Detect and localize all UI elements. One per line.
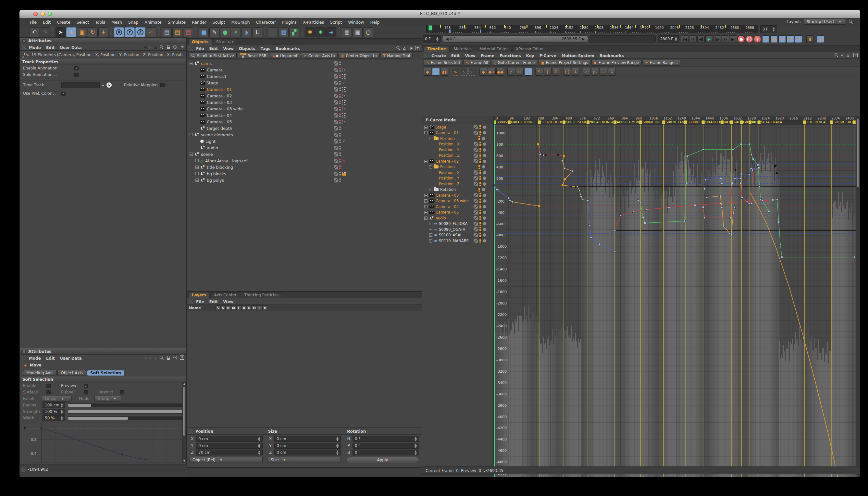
layer-tag-icon[interactable] <box>334 100 338 105</box>
target-icon[interactable] <box>173 355 177 360</box>
layer-tag-icon[interactable] <box>474 233 478 237</box>
key-parameter-toggle[interactable]: P <box>787 35 794 43</box>
new-panel-icon[interactable] <box>180 45 184 49</box>
scene-marker[interactable] <box>587 121 589 124</box>
menu-animate[interactable]: Animate <box>144 20 161 25</box>
camera-tag-icon[interactable] <box>342 100 346 105</box>
fcurve-row-camera-05[interactable]: +Camera - 05 <box>422 210 493 216</box>
menu-create[interactable]: Create <box>57 20 71 25</box>
tab-layers[interactable]: Layers <box>188 292 210 298</box>
layer-tag-icon[interactable] <box>334 165 338 169</box>
falloff-curve-graph[interactable]: 0.80.4 <box>22 424 182 463</box>
keyframe-bar-icon[interactable] <box>479 153 482 158</box>
ease-out-button[interactable]: C <box>552 68 560 76</box>
solo-circle-icon[interactable] <box>483 194 486 197</box>
menu-key[interactable]: Key <box>526 53 534 58</box>
layer-tag-icon[interactable] <box>334 159 338 163</box>
object-row-cams[interactable]: −L0cams <box>187 60 422 66</box>
camera-tag-icon[interactable] <box>342 68 346 72</box>
tab-timeline[interactable]: Timeline <box>424 46 450 52</box>
key-pla-toggle[interactable]: ∷ <box>795 35 802 43</box>
menu-view[interactable]: View <box>223 300 233 304</box>
menu-view[interactable]: View <box>223 46 233 51</box>
autokey-toggle[interactable]: ( ) <box>746 35 753 43</box>
keyframe-bar-icon[interactable] <box>479 142 482 147</box>
key-position-toggle[interactable]: + <box>762 35 770 43</box>
menu-mograph[interactable]: MoGraph <box>231 20 250 25</box>
menu-edit[interactable]: Edit <box>43 20 51 25</box>
visibility-dots-icon[interactable] <box>339 126 341 130</box>
radius-field[interactable]: 100 cm▲▼ <box>43 402 65 408</box>
scene-marker[interactable] <box>538 121 541 124</box>
layer-tag-icon[interactable] <box>474 193 478 197</box>
layer-col-r[interactable]: R <box>226 306 231 310</box>
fcurve-row-rotation[interactable]: +Rotation <box>422 187 493 193</box>
solo-circle-icon[interactable] <box>482 137 485 140</box>
object-row-stage[interactable]: Stage✓ <box>187 79 422 86</box>
layer-tag-icon[interactable] <box>474 227 478 231</box>
keyframe-bar-icon[interactable] <box>479 238 482 243</box>
layer-tag-icon[interactable] <box>474 142 478 146</box>
menu-tags[interactable]: Tags <box>261 46 270 51</box>
layer-col-x[interactable]: X <box>262 306 267 310</box>
menu-sculpt[interactable]: Sculpt <box>213 20 225 25</box>
layer-tag-icon[interactable] <box>334 81 338 85</box>
show-region-toggle[interactable]: ▯ <box>468 68 476 76</box>
layer-tag-icon[interactable] <box>334 146 338 150</box>
camera-tag-icon[interactable] <box>342 87 346 92</box>
keyframe-bar-icon[interactable] <box>479 221 482 226</box>
keyframe-bar-icon[interactable] <box>479 125 482 129</box>
keyframe-bar-icon[interactable] <box>479 170 482 175</box>
zero-length-button[interactable]: ↓ <box>572 68 579 76</box>
visibility-dots-icon[interactable] <box>339 107 341 111</box>
strength-slider[interactable] <box>68 410 183 414</box>
surface-checkbox[interactable] <box>46 390 51 394</box>
current-frame-marker[interactable] <box>429 25 432 31</box>
enable-animation-checkbox[interactable]: ✓ <box>74 66 79 71</box>
attributes-title[interactable]: Attributes <box>20 348 186 355</box>
camera-tag-icon[interactable] <box>342 107 346 111</box>
object-row-audio[interactable]: L0audio <box>187 144 422 151</box>
scene-marker[interactable] <box>740 121 743 124</box>
ram-player-button[interactable]: ▮ <box>806 35 814 43</box>
layer-tag-icon[interactable] <box>474 199 478 203</box>
visibility-dots-icon[interactable] <box>339 94 341 98</box>
layer-col-v[interactable]: V <box>221 306 226 310</box>
scene-marker[interactable] <box>662 121 665 124</box>
coords-field-position-z[interactable]: 70 cm▲▼ <box>196 450 263 455</box>
object-row-scene-elements[interactable]: −L0scene elements <box>187 131 422 138</box>
visibility-dots-icon[interactable] <box>339 146 341 150</box>
scene-marker[interactable] <box>803 121 806 124</box>
enabled-check-icon[interactable]: ✓ <box>342 80 345 85</box>
timeline-scrollbar[interactable] <box>856 116 860 466</box>
track-properties-section[interactable]: Track Properties <box>20 59 186 65</box>
search-icon[interactable] <box>396 46 401 50</box>
solo-circle-icon[interactable] <box>483 131 486 134</box>
lock-time-toggle[interactable]: ◁ <box>583 68 590 76</box>
object-row-atom-array-logo-ref[interactable]: +△Atom Array - logo ref✕ <box>187 157 422 164</box>
visibility-dots-icon[interactable] <box>339 139 341 143</box>
use-pref-color-checkbox[interactable]: ✓ <box>61 92 65 96</box>
layer-tag-icon[interactable] <box>334 94 338 98</box>
goto-start-button[interactable]: |◀ <box>681 35 688 43</box>
object-row-camera-02[interactable]: Camera - 02 <box>187 93 422 99</box>
keyframe-bar-icon[interactable] <box>479 199 482 203</box>
show-fcurve-toggle[interactable]: ∿ <box>460 68 468 76</box>
visibility-dots-icon[interactable] <box>339 74 341 78</box>
ease-curve-button[interactable]: S <box>535 68 543 76</box>
menu-select[interactable]: Select <box>77 20 89 25</box>
chevrons-icon[interactable]: ≪ <box>841 53 844 57</box>
attributes-title[interactable]: Attributes <box>20 38 186 44</box>
layer-col-l[interactable]: L <box>236 306 241 310</box>
fcurve-row-s0100-asai[interactable]: +≈S0100_ASAI <box>422 232 493 238</box>
menu-simulate[interactable]: Simulate <box>168 20 186 25</box>
fcurve-row-position[interactable]: −Position <box>422 164 493 170</box>
frame-selected-button[interactable]: ∿Frame Selected <box>424 60 463 65</box>
keyframe-bar-icon[interactable] <box>479 130 482 135</box>
quantize-keys-button[interactable]: ◆◆ <box>496 68 504 76</box>
frame-project-settings-button[interactable]: ▣Frame Project Settings <box>538 60 590 65</box>
menu-edit[interactable]: Edit <box>210 300 218 304</box>
scene-marker[interactable] <box>720 121 724 124</box>
scene-marker[interactable] <box>684 121 687 124</box>
restrict-checkbox[interactable] <box>120 390 124 394</box>
